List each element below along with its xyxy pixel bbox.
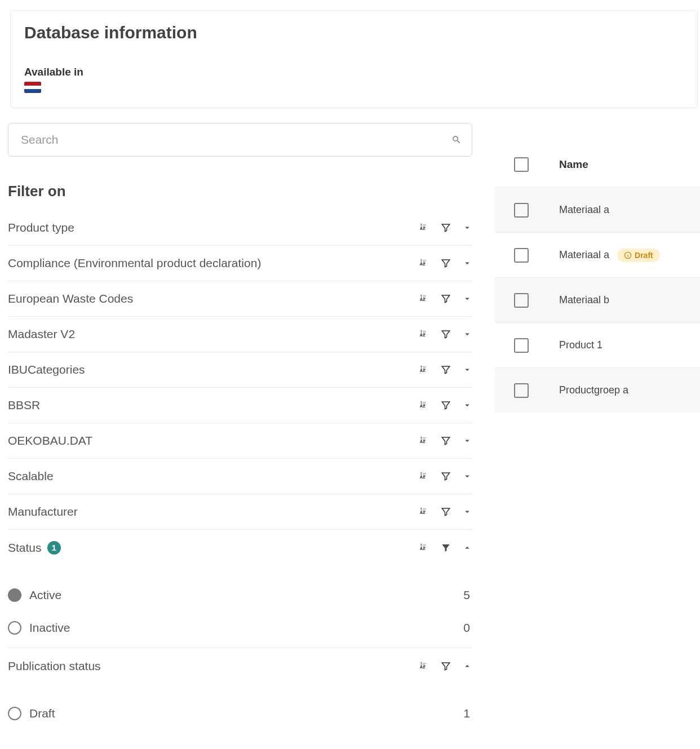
chevron-down-icon[interactable] xyxy=(462,294,472,304)
chevron-up-icon[interactable] xyxy=(462,661,472,671)
sort-az-icon[interactable] xyxy=(419,507,429,517)
row-name-text: Product 1 xyxy=(559,339,602,351)
table-row[interactable]: Materiaal b xyxy=(495,277,700,322)
row-checkbox[interactable] xyxy=(514,383,529,398)
sort-az-icon[interactable] xyxy=(419,294,429,304)
filter-label: Scalable xyxy=(8,469,54,483)
funnel-icon[interactable] xyxy=(441,365,451,375)
filter-row-manufacturer[interactable]: Manufacturer xyxy=(8,494,472,530)
filter-row-bbsr[interactable]: BBSR xyxy=(8,388,472,423)
row-name-text: Materiaal b xyxy=(559,294,609,306)
draft-chip-label: Draft xyxy=(635,251,653,260)
filter-row-oekobau[interactable]: OEKOBAU.DAT xyxy=(8,423,472,459)
status-option-active[interactable]: Active 5 xyxy=(8,579,472,611)
funnel-icon[interactable] xyxy=(441,329,451,339)
funnel-icon[interactable] xyxy=(441,661,451,671)
sort-az-icon[interactable] xyxy=(419,661,429,671)
radio-icon[interactable] xyxy=(8,621,21,635)
funnel-icon[interactable] xyxy=(441,471,451,481)
filter-label: European Waste Codes xyxy=(8,292,133,305)
filter-label: Publication status xyxy=(8,659,101,673)
filter-row-scalable[interactable]: Scalable xyxy=(8,459,472,494)
card-title: Database information xyxy=(24,23,684,42)
radio-icon[interactable] xyxy=(8,588,21,602)
flag-nl-icon xyxy=(24,82,41,93)
publication-options: Draft 1 xyxy=(8,684,472,733)
option-label: Inactive xyxy=(29,621,70,635)
filter-row-ibu[interactable]: IBUCategories xyxy=(8,352,472,388)
option-count: 1 xyxy=(463,707,472,720)
sort-az-icon[interactable] xyxy=(419,436,429,446)
funnel-icon[interactable] xyxy=(441,258,451,268)
filter-label: IBUCategories xyxy=(8,363,85,376)
publication-option-draft[interactable]: Draft 1 xyxy=(8,697,472,730)
sort-az-icon[interactable] xyxy=(419,400,429,410)
sort-az-icon[interactable] xyxy=(419,471,429,481)
sort-az-icon[interactable] xyxy=(419,543,429,553)
table-row[interactable]: Materiaal a Draft xyxy=(495,232,700,277)
filter-row-publication[interactable]: Publication status xyxy=(8,648,472,684)
funnel-icon[interactable] xyxy=(441,223,451,233)
info-card: Database information Available in xyxy=(10,10,698,108)
funnel-icon[interactable] xyxy=(441,543,451,553)
row-name-text: Materiaal a xyxy=(559,204,609,216)
chevron-up-icon[interactable] xyxy=(462,543,472,553)
status-option-inactive[interactable]: Inactive 0 xyxy=(8,611,472,644)
chevron-down-icon[interactable] xyxy=(462,258,472,268)
chevron-down-icon[interactable] xyxy=(462,471,472,481)
status-label: Status xyxy=(8,541,42,555)
status-badge: 1 xyxy=(47,541,61,555)
draft-chip: Draft xyxy=(617,249,660,262)
filter-row-product-type[interactable]: Product type xyxy=(8,210,472,246)
filter-row-status[interactable]: Status 1 xyxy=(8,530,472,565)
chevron-down-icon[interactable] xyxy=(462,507,472,517)
chevron-down-icon[interactable] xyxy=(462,436,472,446)
search-icon[interactable] xyxy=(451,135,462,145)
funnel-icon[interactable] xyxy=(441,507,451,517)
chevron-down-icon[interactable] xyxy=(462,329,472,339)
filter-label: OEKOBAU.DAT xyxy=(8,434,92,447)
table-row[interactable]: Product 1 xyxy=(495,322,700,367)
status-options: Active 5 Inactive 0 xyxy=(8,565,472,648)
row-checkbox[interactable] xyxy=(514,248,529,263)
search-input[interactable] xyxy=(21,133,451,147)
sort-az-icon[interactable] xyxy=(419,258,429,268)
sort-az-icon[interactable] xyxy=(419,365,429,375)
option-label: Draft xyxy=(29,707,55,720)
table-row[interactable]: Productgroep a xyxy=(495,367,700,413)
chevron-down-icon[interactable] xyxy=(462,365,472,375)
filter-label: Product type xyxy=(8,221,74,234)
row-name-text: Materiaal a xyxy=(559,249,609,261)
search-box[interactable] xyxy=(8,123,472,157)
filter-label: BBSR xyxy=(8,398,40,412)
filter-row-madaster[interactable]: Madaster V2 xyxy=(8,317,472,352)
funnel-icon[interactable] xyxy=(441,436,451,446)
table-header: Name xyxy=(495,142,700,187)
sort-az-icon[interactable] xyxy=(419,223,429,233)
option-count: 5 xyxy=(463,588,472,602)
row-checkbox[interactable] xyxy=(514,203,529,218)
filter-label: Manufacturer xyxy=(8,505,78,518)
funnel-icon[interactable] xyxy=(441,400,451,410)
chevron-down-icon[interactable] xyxy=(462,223,472,233)
column-name: Name xyxy=(559,158,588,171)
select-all-checkbox[interactable] xyxy=(514,157,529,172)
info-icon xyxy=(624,251,632,259)
option-label: Active xyxy=(29,588,61,602)
filter-heading: Filter on xyxy=(8,183,472,200)
funnel-icon[interactable] xyxy=(441,294,451,304)
row-checkbox[interactable] xyxy=(514,338,529,353)
row-name-text: Productgroep a xyxy=(559,384,628,396)
filter-label: Madaster V2 xyxy=(8,327,75,341)
filter-row-ewc[interactable]: European Waste Codes xyxy=(8,281,472,317)
filter-row-compliance[interactable]: Compliance (Environmental product declar… xyxy=(8,246,472,281)
option-count: 0 xyxy=(463,621,472,635)
chevron-down-icon[interactable] xyxy=(462,400,472,410)
filter-label: Compliance (Environmental product declar… xyxy=(8,256,261,270)
table-row[interactable]: Materiaal a xyxy=(495,187,700,232)
sort-az-icon[interactable] xyxy=(419,329,429,339)
available-in-label: Available in xyxy=(24,66,684,78)
row-checkbox[interactable] xyxy=(514,293,529,308)
radio-icon[interactable] xyxy=(8,707,21,720)
filter-label: Status 1 xyxy=(8,541,61,555)
